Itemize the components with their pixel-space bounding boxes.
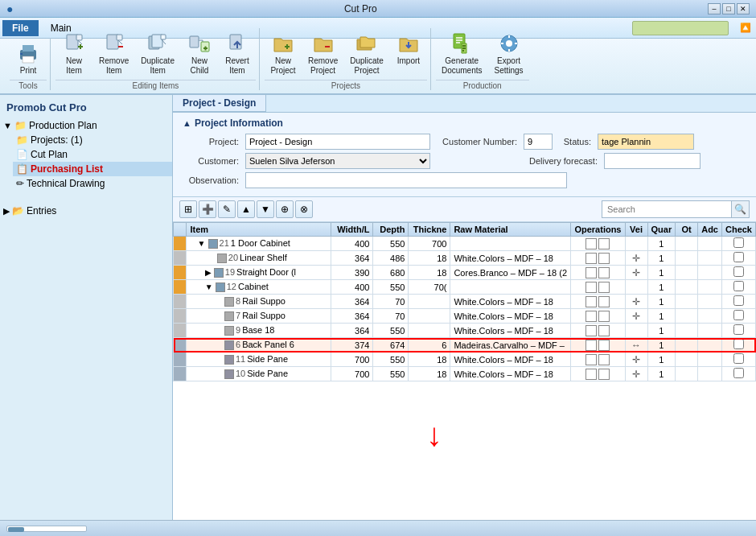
project-input[interactable] <box>245 134 430 150</box>
table-row[interactable]: ▶ 19Straight Door (l39068018Cores.Branco… <box>174 266 756 280</box>
observation-input[interactable] <box>245 172 567 188</box>
ops-cb1[interactable] <box>585 282 597 293</box>
row-check[interactable] <box>721 338 755 353</box>
generate-documents-button[interactable]: GenerateDocuments <box>436 28 488 78</box>
new-item-button[interactable]: NewItem <box>55 28 92 78</box>
table-row[interactable]: 9Base 18364550White.Colors – MDF – 181 <box>174 324 756 338</box>
ops-cb1[interactable] <box>585 340 597 351</box>
delivery-input[interactable] <box>604 153 701 169</box>
horizontal-scrollbar[interactable] <box>6 526 87 532</box>
ops-cb1[interactable] <box>585 238 597 249</box>
minimize-button[interactable]: – <box>708 3 721 14</box>
check-checkbox[interactable] <box>733 295 744 306</box>
check-checkbox[interactable] <box>733 368 744 378</box>
export-settings-button[interactable]: ExportSettings <box>488 28 528 78</box>
toolbar-filter-btn[interactable]: ⊕ <box>276 200 294 218</box>
check-checkbox[interactable] <box>733 339 744 349</box>
ops-cb1[interactable] <box>585 311 597 322</box>
toolbar-edit-btn[interactable]: ✎ <box>218 200 236 218</box>
sidebar-item-purchasing-list[interactable]: 📋 Purchasing List <box>13 162 172 176</box>
check-checkbox[interactable] <box>733 237 744 248</box>
ops-cb2[interactable] <box>598 311 610 322</box>
duplicate-item-button[interactable]: DuplicateItem <box>135 28 180 78</box>
toolbar-add-btn[interactable]: ➕ <box>199 200 216 218</box>
import-button[interactable]: Import <box>390 28 427 78</box>
ops-cb2[interactable] <box>598 238 610 249</box>
check-checkbox[interactable] <box>733 324 744 335</box>
scroll-thumb[interactable] <box>8 527 24 532</box>
search-button[interactable]: 🔍 <box>731 201 749 217</box>
row-check[interactable] <box>721 251 755 266</box>
table-row[interactable]: 6Back Panel 63746746Madeiras.Carvalho – … <box>174 338 756 353</box>
ops-cb2[interactable] <box>598 369 610 380</box>
check-checkbox[interactable] <box>733 266 744 277</box>
toolbar-grid-btn[interactable]: ⊞ <box>179 200 197 218</box>
table-row[interactable]: 10Side Pane70055018White.Colors – MDF – … <box>174 367 756 381</box>
sidebar-item-projects[interactable]: 📁 Projects: (1) <box>13 133 172 147</box>
check-checkbox[interactable] <box>733 281 744 291</box>
ops-cb1[interactable] <box>585 325 597 336</box>
close-button[interactable]: ✕ <box>737 3 750 14</box>
print-button[interactable]: Print <box>10 38 47 78</box>
ops-cb1[interactable] <box>585 369 597 380</box>
ribbon-collapse-icon[interactable]: 🔼 <box>740 23 751 33</box>
new-child-button[interactable]: NewChild <box>181 28 218 78</box>
ops-cb1[interactable] <box>585 253 597 264</box>
collapse-button[interactable]: ▲ <box>183 118 191 128</box>
items-table-container[interactable]: Item Width/L Depth Thickne Raw Material … <box>173 222 756 520</box>
table-row[interactable]: 20Linear Shelf36448618White.Colors – MDF… <box>174 251 756 266</box>
ops-cb2[interactable] <box>598 354 610 365</box>
expand-btn[interactable]: ▼ <box>205 282 213 291</box>
remove-project-button[interactable]: RemoveProject <box>302 28 343 78</box>
row-check[interactable] <box>721 280 755 295</box>
customer-select[interactable]: Suelen Silva Jeferson <box>245 153 430 169</box>
table-row[interactable]: ▼ 12Cabinet40055070(1 <box>174 280 756 295</box>
row-check[interactable] <box>721 266 755 280</box>
file-menu[interactable]: File <box>2 20 39 36</box>
row-check[interactable] <box>721 309 755 324</box>
maximize-button[interactable]: □ <box>722 3 735 14</box>
row-check[interactable] <box>721 295 755 309</box>
row-check[interactable] <box>721 353 755 367</box>
duplicate-project-button[interactable]: DuplicateProject <box>344 28 389 78</box>
expand-btn[interactable]: ▶ <box>205 268 212 277</box>
customer-number-input[interactable] <box>524 134 553 150</box>
svg-rect-16 <box>161 35 166 39</box>
ops-cb2[interactable] <box>598 340 610 351</box>
row-check[interactable] <box>721 367 755 381</box>
row-check[interactable] <box>721 324 755 338</box>
ops-cb2[interactable] <box>598 282 610 293</box>
check-checkbox[interactable] <box>733 252 744 262</box>
check-checkbox[interactable] <box>733 353 744 364</box>
remove-item-button[interactable]: RemoveItem <box>93 28 134 78</box>
table-row[interactable]: 7Rail Suppo36470White.Colors – MDF – 18✛… <box>174 309 756 324</box>
new-project-button[interactable]: NewProject <box>265 28 302 78</box>
search-box: 🔍 <box>602 200 750 218</box>
sidebar-item-cut-plan[interactable]: 📄 Cut Plan <box>13 147 172 162</box>
toolbar-up-btn[interactable]: ▲ <box>237 200 255 218</box>
ribbon-search-input[interactable] <box>632 21 729 35</box>
sidebar-item-technical-drawing[interactable]: ✏ Technical Drawing <box>13 176 172 191</box>
toolbar-down-btn[interactable]: ▼ <box>257 200 274 218</box>
ops-cb1[interactable] <box>585 296 597 307</box>
ops-cb2[interactable] <box>598 267 610 278</box>
expand-btn[interactable]: ▼ <box>198 239 206 248</box>
revert-item-button[interactable]: RevertItem <box>219 28 256 78</box>
content-tab-project-design[interactable]: Project - Design <box>173 95 266 112</box>
check-checkbox[interactable] <box>733 310 744 320</box>
search-input[interactable] <box>602 201 731 217</box>
table-row[interactable]: 11Side Pane70055018White.Colors – MDF – … <box>174 353 756 367</box>
row-check[interactable] <box>721 237 755 251</box>
status-input[interactable] <box>598 134 694 150</box>
row-adc <box>698 280 722 295</box>
ops-cb2[interactable] <box>598 253 610 264</box>
table-row[interactable]: ▼ 211 Door Cabinet4005507001 <box>174 237 756 251</box>
ops-cb1[interactable] <box>585 354 597 365</box>
table-row[interactable]: 8Rail Suppo36470White.Colors – MDF – 18✛… <box>174 295 756 309</box>
ops-cb2[interactable] <box>598 296 610 307</box>
ops-cb2[interactable] <box>598 325 610 336</box>
sidebar-item-entries[interactable]: ▶ 📂 Entries <box>0 204 172 218</box>
toolbar-sort-btn[interactable]: ⊗ <box>295 200 313 218</box>
ops-cb1[interactable] <box>585 267 597 278</box>
sidebar-item-production-plan[interactable]: ▼ 📁 Production Plan <box>0 118 172 133</box>
